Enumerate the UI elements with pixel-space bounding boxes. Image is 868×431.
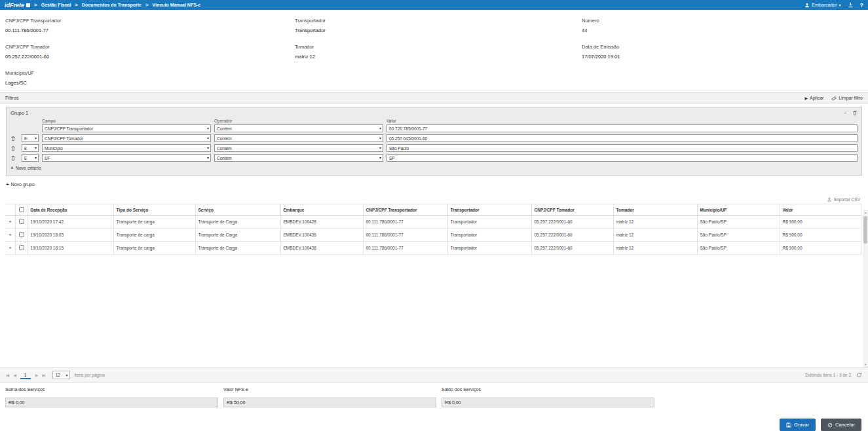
operator-select-value: Contém xyxy=(217,136,232,141)
cell-municipio-uf: São Paulo/SP xyxy=(697,229,780,242)
scrollbar-thumb[interactable] xyxy=(863,216,867,244)
filter-value-input[interactable] xyxy=(387,144,858,152)
row-checkbox[interactable] xyxy=(19,232,24,237)
first-page-button[interactable]: |◀ xyxy=(6,373,9,377)
field-select-value: CNPJ/CPF Tomador xyxy=(45,136,83,141)
logic-operator-value: E xyxy=(24,136,27,141)
row-checkbox[interactable] xyxy=(19,245,24,250)
total-label: Valor NFS-e xyxy=(223,387,436,392)
delete-criteria-icon[interactable] xyxy=(10,155,18,161)
cell-tomador: matriz 12 xyxy=(613,242,697,255)
last-page-button[interactable]: ▶| xyxy=(42,373,45,377)
new-criteria-label: Novo critério xyxy=(16,166,41,170)
breadcrumb-item-vinculo-manual[interactable]: Vínculo Manual NFS-e xyxy=(153,3,201,7)
operator-select[interactable]: Contém ▾ xyxy=(214,134,383,142)
new-group-button[interactable]: + Novo grupo xyxy=(6,181,862,187)
field-select[interactable]: CNPJ/CPF Transportador ▾ xyxy=(42,124,211,132)
next-page-button[interactable]: ▶ xyxy=(35,373,38,377)
row-checkbox[interactable] xyxy=(19,219,24,224)
expand-row-icon[interactable]: + xyxy=(9,232,12,238)
summary-field-numero: Número 44 xyxy=(582,18,863,33)
cancel-button[interactable]: Cancelar xyxy=(821,419,861,431)
cancel-button-label: Cancelar xyxy=(835,422,855,428)
field-value: 44 xyxy=(582,28,863,33)
filter-value-input[interactable] xyxy=(387,134,858,142)
breadcrumb-item-gestao-fiscal[interactable]: Gestão Fiscal xyxy=(41,3,71,7)
refresh-icon[interactable] xyxy=(856,372,862,378)
filter-value-input[interactable] xyxy=(387,124,858,132)
filters-header: Filtros ▶ Aplicar Limpar filtro xyxy=(0,92,868,103)
scroll-down-icon[interactable]: ▼ xyxy=(863,362,868,367)
table-row[interactable]: + 19/10/2020 18:03 Transporte de carga T… xyxy=(5,229,861,242)
play-icon: ▶ xyxy=(804,96,808,100)
filter-group-title: Grupo 1 xyxy=(10,110,28,116)
filter-value-input[interactable] xyxy=(387,154,858,162)
delete-criteria-icon[interactable] xyxy=(10,136,18,141)
chevron-down-icon: ▾ xyxy=(379,136,381,140)
logic-operator-select[interactable]: E ▾ xyxy=(22,144,39,152)
field-value: matriz 12 xyxy=(295,54,582,60)
breadcrumb-separator: > xyxy=(34,2,37,8)
field-select[interactable]: Município ▾ xyxy=(42,144,211,152)
saldo-servicos-field xyxy=(442,398,654,407)
prev-page-button[interactable]: ◀ xyxy=(13,373,16,377)
new-criteria-button[interactable]: + Novo critério xyxy=(10,165,858,171)
summary-field-municipio-uf: Município/UF Lages/SC xyxy=(5,70,295,86)
brand-logo[interactable]: idFrete xyxy=(5,2,30,9)
field-select[interactable]: UF ▾ xyxy=(42,154,211,162)
cell-tomador: matriz 12 xyxy=(613,216,697,229)
expand-row-icon[interactable]: + xyxy=(9,219,12,225)
current-page-button[interactable]: 1 xyxy=(20,371,31,379)
vertical-scrollbar[interactable]: ▲ ▼ xyxy=(863,210,868,367)
user-menu[interactable]: Embarcador ▾ xyxy=(804,3,840,8)
column-label-campo: Campo xyxy=(42,119,211,123)
delete-criteria-icon[interactable] xyxy=(10,145,18,151)
valor-nfse-field xyxy=(223,398,436,407)
summary-field-cnpj-tomador: CNPJ/CPF Tomador 05.257.222/0001-60 xyxy=(5,44,295,60)
table-row[interactable]: + 19/10/2020 17:42 Transporte de carga T… xyxy=(5,216,861,229)
field-label: Transportador xyxy=(295,18,582,24)
operator-select[interactable]: Contém ▾ xyxy=(214,124,383,132)
apply-filter-button[interactable]: ▶ Aplicar xyxy=(804,96,823,100)
column-header: Serviço xyxy=(195,204,280,216)
scroll-up-icon[interactable]: ▲ xyxy=(863,210,868,216)
table-row[interactable]: + 19/10/2020 18:15 Transporte de carga T… xyxy=(5,242,861,255)
select-all-checkbox[interactable] xyxy=(19,207,24,212)
cell-valor: R$ 900,00 xyxy=(780,216,861,229)
field-select[interactable]: CNPJ/CPF Tomador ▾ xyxy=(42,134,211,142)
operator-select-value: Contém xyxy=(217,126,232,131)
chevron-down-icon: ▾ xyxy=(207,156,209,160)
column-header: Tipo do Serviço xyxy=(113,204,195,216)
new-group-label: Novo grupo xyxy=(11,182,35,187)
logic-operator-select[interactable]: E ▾ xyxy=(22,134,39,142)
results-section: Exportar CSV Data de Recepção Tipo do Se… xyxy=(0,193,868,367)
chevron-down-icon: ▾ xyxy=(35,156,37,160)
logic-operator-value: E xyxy=(24,146,27,151)
brand-name: idFrete xyxy=(5,2,24,9)
operator-select[interactable]: Contém ▾ xyxy=(214,144,383,152)
field-value: Transportador xyxy=(295,28,582,33)
help-icon[interactable]: ? xyxy=(860,2,864,9)
page-size-label: itens por página xyxy=(75,373,105,377)
logic-operator-select[interactable]: E ▾ xyxy=(22,154,39,162)
breadcrumb-item-documentos-transporte[interactable]: Documentos do Transporte xyxy=(82,3,142,7)
delete-group-icon[interactable] xyxy=(852,110,858,116)
total-valor-nfse: Valor NFS-e xyxy=(223,387,436,407)
expand-row-icon[interactable]: + xyxy=(9,245,12,251)
cell-embarque: EMBDEV.100438 xyxy=(280,242,363,255)
user-menu-label: Embarcador xyxy=(812,3,837,7)
save-button[interactable]: Gravar xyxy=(780,419,816,431)
field-label: CNPJ/CPF Transportador xyxy=(5,18,295,24)
apply-filter-label: Aplicar xyxy=(810,96,823,100)
breadcrumb-separator: > xyxy=(145,2,149,8)
download-icon[interactable] xyxy=(848,2,854,8)
filter-columns-header: Campo Operador Valor xyxy=(10,119,858,123)
clear-filter-button[interactable]: Limpar filtro xyxy=(831,96,863,101)
operator-select[interactable]: Contém ▾ xyxy=(214,154,383,162)
filter-criteria-row: E ▾ UF ▾ Contém ▾ xyxy=(10,154,858,162)
collapse-group-icon[interactable]: − xyxy=(844,111,847,116)
page-size-select[interactable]: 12 ▾ xyxy=(52,371,70,379)
chevron-down-icon: ▾ xyxy=(35,136,37,140)
cell-data-recepcao: 19/10/2020 18:03 xyxy=(28,229,113,242)
export-csv-button[interactable]: Exportar CSV xyxy=(0,193,868,204)
